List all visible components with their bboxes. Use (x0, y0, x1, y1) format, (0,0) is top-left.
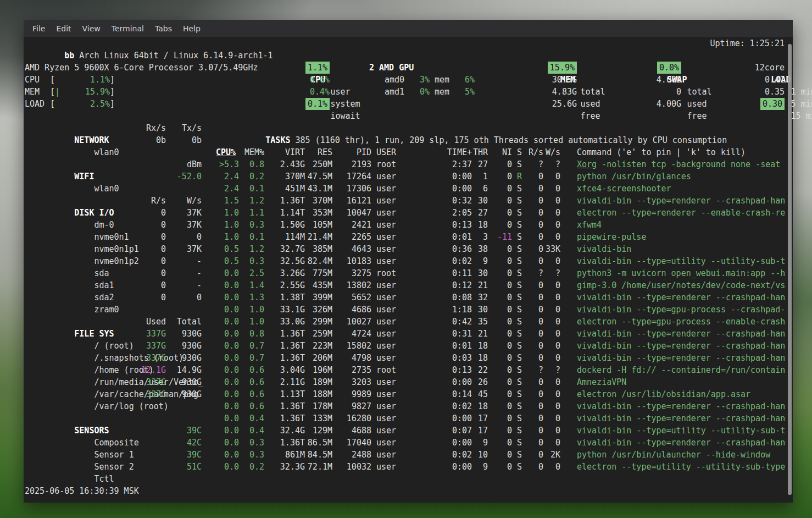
proc-res: 105M (307, 219, 332, 231)
proc-mem: 0.3 (243, 437, 264, 449)
process-row[interactable]: 0.0 0.3 1.36T 86.5M 17040 user 0:00 9 0 … (216, 437, 787, 449)
process-row[interactable]: 0.0 0.7 1.36T 206M 4798 user 0:03 18 0 S… (216, 352, 787, 364)
process-row[interactable]: 1.5 1.2 1.36T 370M 16121 user 0:32 30 0 … (216, 195, 787, 207)
proc-res: 178M (307, 400, 332, 412)
col-header-ws[interactable]: W/s (546, 146, 560, 158)
proc-command-name: electron (577, 462, 616, 472)
proc-res: 21.4M (307, 231, 332, 243)
col-header-rs[interactable]: R/s (527, 146, 543, 158)
process-row[interactable]: 0.0 0.6 1.13T 188M 9989 user 0:14 45 0 S… (216, 388, 787, 400)
proc-mem: 0.8 (243, 158, 264, 170)
terminal-window[interactable]: File Edit View Terminal Tabs Help bb Arc… (24, 20, 793, 503)
proc-status: S (517, 255, 525, 267)
process-row[interactable]: 2.4 0.1 451M 43.1M 17306 user 0:00 6 0 S… (216, 183, 787, 195)
process-row[interactable]: 0.0 0.6 2.11G 189M 3203 user 0:00 26 0 S… (216, 376, 787, 388)
proc-pid: 2735 (342, 364, 371, 376)
proc-command: vivaldi-bin --type=renderer --crashpad-h… (577, 340, 787, 352)
proc-pid: 16280 (342, 412, 371, 425)
col-header-thr[interactable]: THR (473, 146, 488, 158)
proc-command: xfce4-screenshooter (577, 183, 787, 195)
proc-mem: 1.2 (243, 243, 264, 255)
process-row[interactable]: 0.0 1.4 2.55G 435M 13802 user 0:12 21 0 … (216, 279, 787, 291)
mem-rows: total 30.5G used 4.83G free 25.6G (511, 74, 577, 110)
proc-pid: 4686 (342, 304, 371, 316)
proc-write: 33K (546, 243, 560, 255)
proc-nice: 0 (492, 170, 512, 183)
sensors-rows: Composite 39C Sensor 1 42C Sensor 2 39C (25, 425, 202, 473)
proc-read: 0 (527, 352, 543, 364)
process-row[interactable]: 0.0 0.7 1.36T 223M 15802 user 0:01 18 0 … (216, 340, 787, 352)
proc-command: gimp-3.0 /home/user/notes/dev/code-next/… (577, 279, 787, 291)
process-row[interactable]: 1.0 0.1 114M 21.4M 2265 user 0:01 3 -11 … (216, 231, 787, 243)
col-header-user[interactable]: USER (376, 146, 415, 158)
proc-status: S (517, 207, 525, 219)
proc-time: 0:00 (440, 461, 472, 473)
col-header-mem[interactable]: MEM% (243, 146, 264, 158)
process-row[interactable]: 0.0 0.3 861M 84.5M 2488 user 0:02 10 0 S… (216, 449, 787, 461)
proc-user: user (376, 461, 415, 473)
process-row[interactable]: 0.5 1.2 32.7G 385M 4643 user 0:36 38 0 S… (216, 243, 787, 255)
process-row[interactable]: 0.0 0.8 1.36T 259M 4724 user 0:31 21 0 S… (216, 328, 787, 340)
col-header-time[interactable]: TIME+ (440, 146, 472, 158)
process-row[interactable]: 0.0 0.4 32.4G 129M 4688 user 0:07 17 0 S… (216, 425, 787, 437)
mem-row: total 30.5G (511, 74, 577, 86)
process-row[interactable]: 0.0 1.3 1.38T 399M 5652 user 0:08 32 0 S… (216, 291, 787, 304)
disk-rows: dm-0 0 37K nvme0n1 0 37K nvme0n1p1 (25, 207, 202, 304)
proc-read: 0 (527, 195, 543, 207)
proc-write: 0 (546, 231, 560, 243)
proc-user: user (376, 340, 415, 352)
process-row[interactable]: 0.0 1.0 33.0G 299M 10027 user 0:42 35 0 … (216, 316, 787, 328)
menu-item[interactable]: File (32, 24, 45, 33)
proc-nice: 0 (492, 437, 512, 449)
col-header-res[interactable]: RES (307, 146, 332, 158)
process-row[interactable]: 0.0 0.6 3.04G 196M 2735 root 0:13 22 0 S… (216, 364, 787, 376)
load-row-value: 0.30 (760, 98, 785, 110)
swap-row: total 4.00G (618, 74, 681, 86)
gpu-row: amd0 3% mem 6% (369, 74, 501, 86)
process-row[interactable]: 0.0 1.0 33.1G 326M 4686 user 1:18 30 0 S… (216, 304, 787, 316)
proc-res: 82.4M (307, 255, 332, 267)
system-header: bb Arch Linux 64bit / Linux 6.14.9-arch1… (25, 37, 273, 49)
process-row[interactable]: 0.0 2.5 3.26G 775M 3275 root 0:11 30 0 S… (216, 267, 787, 279)
swap-row-value: 0 (676, 86, 681, 98)
bracket-open: [ (50, 86, 55, 98)
col-header-cpu[interactable]: CPU% (216, 146, 239, 158)
proc-virt: 2.11G (269, 376, 305, 388)
process-row[interactable]: 0.0 0.2 32.3G 72.1M 10032 user 0:00 9 0 … (216, 461, 787, 473)
menu-item[interactable]: Edit (56, 24, 71, 33)
process-row[interactable]: >5.3 0.8 2.43G 250M 2193 root 2:37 27 0 … (216, 158, 787, 170)
proc-command-args: /usr/bin/glances (607, 172, 691, 181)
proc-thr: 18 (473, 400, 488, 412)
disk-read-value: 0 (161, 219, 166, 231)
proc-thr: 6 (473, 183, 488, 195)
proc-time: 0:11 (440, 267, 472, 279)
process-row[interactable]: 2.4 0.2 370M 47.5M 17264 user 0:00 1 0 R… (216, 170, 787, 183)
proc-status: S (517, 340, 525, 352)
fs-used-value: 337G (146, 352, 166, 364)
menu-item[interactable]: Help (183, 24, 201, 33)
scrollbar-thumb[interactable] (788, 44, 792, 495)
process-row[interactable]: 1.0 1.1 1.14T 353M 10047 user 2:05 27 0 … (216, 207, 787, 219)
menu-item[interactable]: View (82, 24, 101, 33)
process-row[interactable]: 0.0 0.6 1.36T 178M 9827 user 0:02 18 0 S… (216, 400, 787, 412)
process-row[interactable]: 0.5 0.3 32.5G 82.4M 10183 user 0:02 9 0 … (216, 255, 787, 267)
proc-command: vivaldi-bin --type=renderer --crashpad-h… (577, 400, 787, 412)
proc-command: pipewire-pulse (577, 231, 787, 243)
col-header-virt[interactable]: VIRT (269, 146, 305, 158)
proc-pid: 3275 (342, 267, 371, 279)
col-header-s[interactable]: S (517, 146, 525, 158)
proc-pid: 10183 (342, 255, 371, 267)
proc-write: 0 (546, 400, 560, 412)
process-row[interactable]: 0.0 0.4 1.36T 133M 16280 user 0:00 17 0 … (216, 412, 787, 425)
filesys-panel: FILE SYS Used Total / (root) 337G 930G (25, 316, 202, 400)
proc-nice: 0 (492, 219, 512, 231)
terminal-screen[interactable]: bb Arch Linux 64bit / Linux 6.14.9-arch1… (24, 37, 793, 503)
proc-read: 0 (527, 255, 543, 267)
col-header-pid[interactable]: PID (342, 146, 371, 158)
menu-item[interactable]: Tabs (155, 24, 172, 33)
gpu-rows: amd0 3% mem 6% amd1 0% mem 5% (369, 74, 501, 98)
process-row[interactable]: 1.0 0.3 1.50G 105M 2421 user 0:13 18 0 S… (216, 219, 787, 231)
menu-item[interactable]: Terminal (112, 24, 144, 33)
proc-user: user (376, 328, 415, 340)
col-header-ni[interactable]: NI (492, 146, 512, 158)
